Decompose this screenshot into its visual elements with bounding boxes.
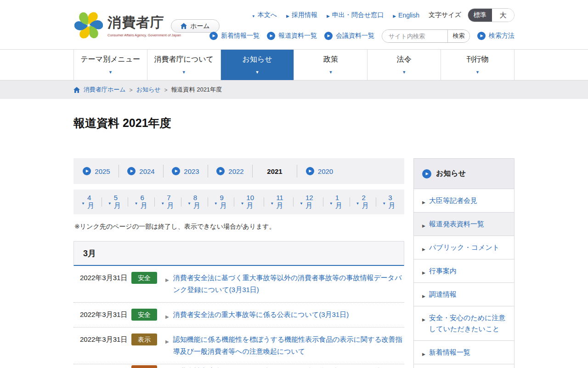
circle-arrow-icon <box>477 32 486 40</box>
month-tab-jan[interactable]: 1月 <box>323 197 350 207</box>
chevron-down-icon <box>329 198 333 206</box>
circle-arrow-icon <box>267 32 275 40</box>
month-tab-jul[interactable]: 7月 <box>155 197 181 207</box>
news-title-link[interactable]: 認知機能に係る機能性を標ぼうする機能性表示食品の表示に関する改善指導及び一般消費… <box>173 334 404 357</box>
sidebar-item-press-conference[interactable]: 大臣等記者会見 <box>414 189 514 213</box>
home-button-label: ホーム <box>190 22 210 30</box>
news-date: 2022年3月31日 <box>80 309 131 321</box>
month-tab-jun[interactable]: 6月 <box>128 197 155 207</box>
press-materials-list-link[interactable]: 報道資料一覧 <box>267 32 317 40</box>
search-button[interactable]: 検索 <box>447 30 469 42</box>
arrow-right-icon <box>422 291 425 299</box>
recruit-link[interactable]: 採用情報 <box>286 11 317 19</box>
year-tabs: 2025 2024 2023 2022 2021 <box>74 158 404 184</box>
nav-tab-label: テーマ別メニュー <box>80 55 140 64</box>
sidebar-item-procurement[interactable]: 調達情報 <box>414 283 514 306</box>
arrow-right-icon <box>422 315 425 323</box>
search-input[interactable] <box>382 30 447 42</box>
month-tab-mar[interactable]: 3月 <box>376 197 402 207</box>
agency-logo-mark <box>74 11 103 40</box>
chevron-down-icon <box>328 67 333 75</box>
news-title-link[interactable]: 消費者安全法に基づく重大事故等以外の消費者事故等の事故情報データバンク登録につい… <box>173 272 404 296</box>
year-tab-2025[interactable]: 2025 <box>74 165 119 178</box>
chevron-right-icon <box>327 12 330 19</box>
sidebar-item-safety-cautions[interactable]: 安全・安心のために注意していただきたいこと <box>414 306 514 341</box>
new-info-list-label: 新着情報一覧 <box>221 32 260 40</box>
year-label: 2021 <box>267 167 282 175</box>
year-label: 2020 <box>318 167 333 175</box>
sidebar-item-partial[interactable] <box>414 364 514 368</box>
new-info-list-link[interactable]: 新着情報一覧 <box>209 32 260 40</box>
sidebar-header: お知らせ <box>414 159 514 189</box>
month-tab-apr[interactable]: 4月 <box>75 197 102 207</box>
font-size-standard-button[interactable]: 標準 <box>468 9 492 22</box>
month-tab-nov[interactable]: 11月 <box>264 197 294 207</box>
agency-logo-text: 消費者庁 Consumer Affairs Agency, Government… <box>107 13 181 37</box>
breadcrumb-news-link[interactable]: お知らせ <box>136 86 161 94</box>
search-help-link[interactable]: 検索方法 <box>477 32 514 40</box>
sidebar-item-label: 行事案内 <box>429 265 457 276</box>
month-label: 8月 <box>193 194 202 210</box>
month-tab-sep[interactable]: 9月 <box>208 197 235 207</box>
circle-arrow-icon <box>127 167 136 175</box>
news-row: 2022年3月31日 表示 認知機能に係る機能性を標ぼうする機能性表示食品の表示… <box>74 328 404 364</box>
recruit-label: 採用情報 <box>292 11 317 19</box>
agency-name: 消費者庁 <box>107 13 181 32</box>
utility-links: 本文へ 採用情報 申出・問合せ窓口 English 文字サイズ 標準 大 <box>252 8 514 22</box>
circle-arrow-icon <box>209 32 218 40</box>
month-tab-may[interactable]: 5月 <box>102 197 129 207</box>
skip-to-content-link[interactable]: 本文へ <box>252 11 277 19</box>
search-help-label: 検索方法 <box>489 32 514 40</box>
agency-logo[interactable]: 消費者庁 Consumer Affairs Agency, Government… <box>74 11 181 40</box>
press-materials-list-label: 報道資料一覧 <box>278 32 317 40</box>
month-label: 10月 <box>246 194 258 210</box>
news-title-link[interactable]: 消費者安全法の重大事故等に係る公表について(3月31日) <box>173 309 404 321</box>
nav-tab-policy[interactable]: 政策 <box>294 50 367 80</box>
chevron-down-icon <box>402 67 406 75</box>
contact-link[interactable]: 申出・問合せ窓口 <box>327 11 384 19</box>
english-link[interactable]: English <box>393 12 419 19</box>
chevron-down-icon <box>134 198 138 206</box>
nav-tab-publications[interactable]: 刊行物 <box>441 50 514 80</box>
font-size-large-button[interactable]: 大 <box>492 9 514 22</box>
month-label: 3月 <box>388 194 396 210</box>
page: 消費者庁 Consumer Affairs Agency, Government… <box>0 0 588 368</box>
chevron-down-icon <box>252 12 255 19</box>
nav-tab-news[interactable]: お知らせ <box>220 50 294 80</box>
year-label: 2025 <box>95 167 110 175</box>
month-tab-oct[interactable]: 10月 <box>234 197 264 207</box>
nav-tab-theme-menu[interactable]: テーマ別メニュー <box>74 50 147 80</box>
meeting-materials-list-label: 会議資料一覧 <box>336 32 374 40</box>
home-icon <box>181 23 187 29</box>
chevron-down-icon <box>81 198 85 206</box>
sidebar-item-press-release-list[interactable]: 報道発表資料一覧 <box>414 213 514 236</box>
month-tab-dec[interactable]: 12月 <box>294 197 323 207</box>
month-label: 11月 <box>276 194 287 210</box>
chevron-down-icon <box>300 198 303 206</box>
year-tab-2022[interactable]: 2022 <box>208 165 253 178</box>
sidebar-item-new-info-list[interactable]: 新着情報一覧 <box>414 341 514 364</box>
nav-tab-laws[interactable]: 法令 <box>367 50 441 80</box>
sidebar-item-events[interactable]: 行事案内 <box>414 259 514 283</box>
month-label: 6月 <box>140 194 148 210</box>
sidebar-item-public-comment[interactable]: パブリック・コメント <box>414 236 514 259</box>
arrow-right-icon <box>422 221 425 229</box>
month-label: 5月 <box>114 194 122 210</box>
year-tab-2020[interactable]: 2020 <box>297 165 342 178</box>
news-date: 2022年3月30日 <box>80 365 131 368</box>
year-tab-2023[interactable]: 2023 <box>164 165 208 178</box>
chevron-down-icon <box>108 198 112 206</box>
nav-tab-about-agency[interactable]: 消費者庁について <box>147 50 220 80</box>
month-tab-feb[interactable]: 2月 <box>350 197 377 207</box>
section-header-march: 3月 <box>74 241 404 266</box>
category-badge-safety: 安全 <box>131 272 157 284</box>
month-tabs: 4月 5月 6月 7月 8月 9月 10月 11月 12月 1月 2月 3月 <box>74 190 404 214</box>
news-title-link[interactable]: 消費者被害防止ネットワーク東海において法律事務所との間で差止請求に係る合意が成立… <box>173 365 404 368</box>
main-navigation: テーマ別メニュー 消費者庁について お知らせ 政策 法令 刊行物 <box>0 50 588 80</box>
sidebar-item-label: 新着情報一覧 <box>429 347 470 358</box>
breadcrumb-home-link[interactable]: 消費者庁ホーム <box>84 86 126 94</box>
year-tab-2024[interactable]: 2024 <box>119 165 164 178</box>
circle-arrow-icon <box>422 169 431 178</box>
month-tab-aug[interactable]: 8月 <box>181 197 208 207</box>
meeting-materials-list-link[interactable]: 会議資料一覧 <box>324 32 374 40</box>
